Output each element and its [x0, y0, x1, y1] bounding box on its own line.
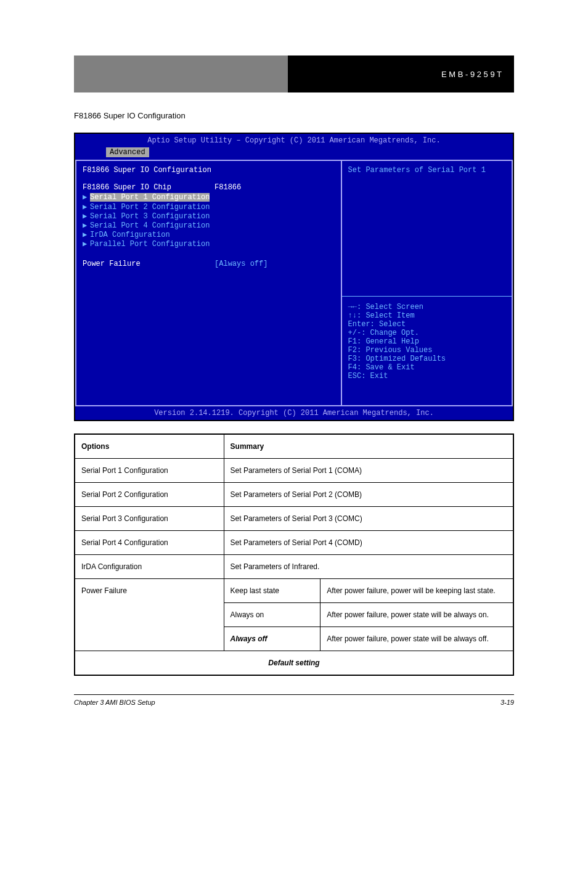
summary-cell: Set Parameters of Serial Port 4 (COMD) — [224, 531, 513, 555]
power-failure-label: Power Failure — [83, 260, 214, 268]
page-header: E M B - 9 2 5 9 T — [74, 55, 514, 92]
bios-footer: Version 2.14.1219. Copyright (C) 2011 Am… — [75, 406, 513, 420]
option-cell: Serial Port 1 Configuration — [75, 459, 224, 483]
power-failure-row[interactable]: Power Failure [Always off] — [83, 260, 335, 268]
key-line: ↑↓: Select Item — [348, 311, 505, 320]
key-line: Enter: Select — [348, 320, 505, 329]
bios-tabs: Advanced — [75, 147, 513, 160]
header-options: Options — [75, 434, 224, 459]
table-row: Serial Port 4 Configuration Set Paramete… — [75, 531, 513, 555]
table-row: Serial Port 2 Configuration Set Paramete… — [75, 483, 513, 507]
value-cell: Always off — [224, 627, 321, 651]
submenu-label: Serial Port 2 Configuration — [90, 203, 210, 212]
submenu-item[interactable]: ▶Serial Port 3 Configuration — [83, 212, 335, 221]
option-cell: Power Failure — [75, 579, 224, 651]
summary-cell: Set Parameters of Serial Port 1 (COMA) — [224, 459, 513, 483]
chevron-right-icon: ▶ — [83, 221, 90, 230]
bios-title-bar: Aptio Setup Utility – Copyright (C) 2011… — [75, 134, 513, 147]
chip-label: F81866 Super IO Chip — [83, 183, 214, 192]
bios-right-pane: Set Parameters of Serial Port 1 →←: Sele… — [341, 160, 513, 406]
divider — [342, 296, 512, 297]
submenu-item[interactable]: ▶Serial Port 1 Configuration — [83, 192, 335, 202]
help-text: Set Parameters of Serial Port 1 — [348, 166, 505, 175]
summary-cell: Set Parameters of Serial Port 2 (COMB) — [224, 483, 513, 507]
option-cell: Serial Port 3 Configuration — [75, 507, 224, 531]
bios-page-heading: F81866 Super IO Configuration — [83, 166, 335, 175]
chip-row: F81866 Super IO Chip F81866 — [83, 183, 335, 192]
key-help: →←: Select Screen ↑↓: Select Item Enter:… — [348, 291, 505, 380]
value-cell: Always on — [224, 603, 321, 627]
power-failure-value: [Always off] — [214, 260, 335, 268]
table-row: Power Failure Keep last state After powe… — [75, 579, 513, 603]
options-table: Options Summary Serial Port 1 Configurat… — [74, 433, 514, 676]
key-line: +/-: Change Opt. — [348, 329, 505, 337]
desc-cell: After power failure, power state will be… — [321, 603, 513, 627]
table-row: Serial Port 3 Configuration Set Paramete… — [75, 507, 513, 531]
submenu-label: Serial Port 1 Configuration — [90, 193, 210, 202]
bios-screen: Aptio Setup Utility – Copyright (C) 2011… — [74, 133, 514, 421]
tab-advanced[interactable]: Advanced — [106, 147, 149, 157]
submenu-item[interactable]: ▶Parallel Port Configuration — [83, 239, 335, 248]
submenu-label: Serial Port 4 Configuration — [90, 221, 210, 230]
key-line: ESC: Exit — [348, 372, 505, 380]
page-footer: Chapter 3 AMI BIOS Setup 3-19 — [74, 694, 514, 706]
chip-value: F81866 — [214, 183, 335, 192]
option-cell: Serial Port 4 Configuration — [75, 531, 224, 555]
option-cell: Serial Port 2 Configuration — [75, 483, 224, 507]
key-line: →←: Select Screen — [348, 303, 505, 311]
key-line: F2: Previous Values — [348, 346, 505, 355]
bios-body: F81866 Super IO Configuration F81866 Sup… — [75, 160, 513, 406]
key-line: F3: Optimized Defaults — [348, 355, 505, 363]
footer-right: 3-19 — [500, 699, 514, 706]
table-header-row: Options Summary — [75, 434, 513, 459]
chevron-right-icon: ▶ — [83, 239, 90, 248]
chevron-right-icon: ▶ — [83, 202, 90, 212]
summary-cell: Set Parameters of Serial Port 3 (COMC) — [224, 507, 513, 531]
submenu-label: Parallel Port Configuration — [90, 240, 210, 248]
submenu-item[interactable]: ▶Serial Port 2 Configuration — [83, 202, 335, 212]
desc-cell: After power failure, power will be keepi… — [321, 579, 513, 603]
value-cell: Keep last state — [224, 579, 321, 603]
header-right-block: E M B - 9 2 5 9 T — [288, 55, 514, 92]
table-row: IrDA Configuration Set Parameters of Inf… — [75, 555, 513, 579]
product-code: E M B - 9 2 5 9 T — [441, 70, 502, 79]
default-legend-cell: Default setting — [75, 651, 513, 676]
footer-left: Chapter 3 AMI BIOS Setup — [74, 699, 155, 706]
submenu-item[interactable]: ▶IrDA Configuration — [83, 230, 335, 239]
section-title: F81866 Super IO Configuration — [74, 111, 514, 120]
chevron-right-icon: ▶ — [83, 230, 90, 239]
submenu-label: IrDA Configuration — [90, 231, 170, 239]
key-line: F4: Save & Exit — [348, 363, 505, 372]
bios-left-pane: F81866 Super IO Configuration F81866 Sup… — [75, 160, 341, 406]
table-row-legend: Default setting — [75, 651, 513, 676]
chevron-right-icon: ▶ — [83, 192, 90, 202]
header-left-block — [74, 55, 288, 92]
chevron-right-icon: ▶ — [83, 212, 90, 221]
option-cell: IrDA Configuration — [75, 555, 224, 579]
desc-cell: After power failure, power state will be… — [321, 627, 513, 651]
spacer — [83, 248, 335, 260]
summary-cell: Set Parameters of Infrared. — [224, 555, 513, 579]
table-row: Serial Port 1 Configuration Set Paramete… — [75, 459, 513, 483]
header-summary: Summary — [224, 434, 513, 459]
key-line: F1: General Help — [348, 337, 505, 346]
submenu-label: Serial Port 3 Configuration — [90, 212, 210, 221]
submenu-item[interactable]: ▶Serial Port 4 Configuration — [83, 221, 335, 230]
